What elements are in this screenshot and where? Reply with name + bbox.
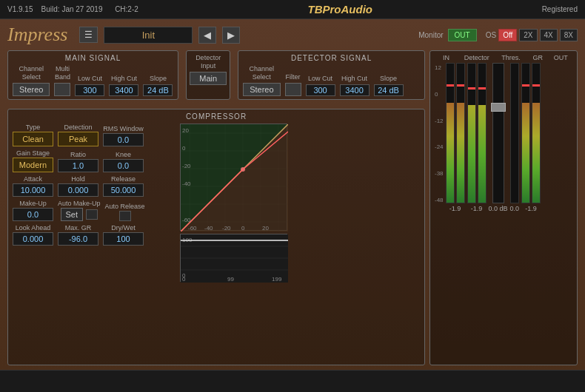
threshold-db-value: 0.0 dB: [489, 205, 508, 212]
gr-meter-label: GR: [526, 54, 549, 61]
svg-text:0: 0: [241, 225, 245, 232]
compressor-inner: Type Clean Detection Peak RMS Window 0.0: [13, 124, 420, 282]
rms-window-value[interactable]: 0.0: [103, 133, 144, 146]
high-cut-value[interactable]: 3400: [109, 84, 138, 96]
dry-wet-field: Dry/Wet 100: [103, 224, 144, 246]
main-signal-title: MAIN SIGNAL: [13, 54, 173, 62]
slope-group: Slope 24 dB: [143, 75, 173, 96]
det-slope-label: Slope: [380, 75, 397, 83]
detector-peak-right: [478, 87, 486, 89]
in-meter-bars: [446, 63, 465, 203]
out-meter-right: [532, 63, 541, 203]
svg-text:0: 0: [182, 145, 186, 152]
detector-meter-left: [467, 63, 476, 203]
svg-text:-40: -40: [204, 225, 213, 232]
out-meter-label: OUT: [549, 54, 572, 61]
scale-neg24: -24: [435, 143, 444, 150]
svg-text:20: 20: [182, 127, 189, 134]
in-meter-left: [446, 63, 455, 203]
threshold-slider[interactable]: [491, 103, 506, 112]
auto-makeup-field: Auto Make-Up Set: [58, 200, 101, 221]
out-level-left: [522, 103, 529, 203]
channel-select-button[interactable]: Stereo: [13, 83, 50, 96]
bottom-footer: [0, 370, 585, 392]
detector-peak-left: [468, 87, 475, 89]
detection-button[interactable]: Peak: [58, 132, 98, 146]
ratio-value[interactable]: 1.0: [58, 159, 98, 172]
brand-name: TBProAudio: [307, 3, 372, 16]
release-label: Release: [111, 175, 136, 183]
lookahead-value[interactable]: 0.000: [13, 232, 53, 246]
thres-meter-label: Thres.: [496, 54, 526, 61]
hold-label: Hold: [71, 175, 85, 183]
in-level-left: [447, 103, 454, 203]
max-gr-value[interactable]: -96.0: [58, 232, 98, 246]
out-meter-bars: [521, 63, 541, 203]
compressor-panel: COMPRESSOR Type Clean Detect: [7, 109, 425, 365]
out-level-right: [532, 103, 540, 203]
release-value[interactable]: 50.000: [103, 183, 144, 197]
version: V1.9.15: [7, 5, 33, 13]
hold-value[interactable]: 0.000: [58, 183, 98, 197]
max-gr-field: Max. GR -96.0: [58, 224, 98, 246]
auto-makeup-checkbox[interactable]: [86, 209, 98, 220]
low-cut-value[interactable]: 300: [75, 84, 104, 96]
auto-release-label: Auto Release: [105, 203, 145, 210]
comp-graphs: 20 0 -20 -40 -60 -60 -40 -20 0 20: [180, 124, 287, 282]
prev-preset-button[interactable]: ◀: [198, 27, 216, 44]
channel-select-label: ChannelSelect: [19, 65, 44, 81]
os-2x-button[interactable]: 2X: [519, 29, 537, 41]
type-button[interactable]: Clean: [13, 132, 53, 146]
logo: Impress: [7, 24, 67, 46]
detector-level-left: [468, 105, 475, 203]
dry-wet-value[interactable]: 100: [103, 232, 144, 246]
makeup-label: Make-Up: [19, 200, 47, 207]
gain-stage-button[interactable]: Modern: [13, 158, 53, 172]
signals-row: MAIN SIGNAL ChannelSelect Stereo MultiBa…: [7, 50, 425, 100]
auto-release-checkbox[interactable]: [119, 211, 131, 221]
monitor-out-button[interactable]: OUT: [448, 29, 477, 41]
scale-neg12: -12: [435, 118, 444, 124]
knee-label: Knee: [116, 151, 131, 158]
auto-makeup-set-button[interactable]: Set: [61, 208, 83, 221]
comp-controls: Type Clean Detection Peak RMS Window 0.0: [13, 124, 176, 282]
multi-band-button[interactable]: [54, 83, 70, 96]
knee-value[interactable]: 0.0: [103, 159, 144, 172]
det-channel-select-button[interactable]: Stereo: [243, 83, 280, 96]
detector-level-right: [478, 105, 486, 203]
gr-history: 100 0 99 199 0: [180, 234, 287, 282]
det-high-cut-group: High Cut 3400: [340, 75, 370, 96]
high-cut-label: High Cut: [111, 75, 137, 83]
menu-button[interactable]: ☰: [79, 27, 98, 43]
auto-release-field: Auto Release: [105, 203, 145, 221]
out-meter-value: -1.9: [525, 205, 537, 212]
detector-input-button[interactable]: Main: [190, 72, 227, 85]
svg-text:0: 0: [182, 272, 186, 279]
os-8x-button[interactable]: 8X: [560, 29, 578, 41]
det-filter-button[interactable]: [285, 83, 301, 96]
out-peak-right: [532, 84, 540, 87]
meters-body: 12 0 -12 -24 -38 -48: [435, 63, 572, 212]
attack-value[interactable]: 10.000: [13, 183, 53, 197]
threshold-track: [492, 63, 504, 203]
det-low-cut-value[interactable]: 300: [306, 84, 335, 96]
det-slope-value[interactable]: 24 dB: [374, 84, 404, 96]
detection-field: Detection Peak: [58, 124, 98, 146]
max-gr-label: Max. GR: [65, 224, 92, 232]
gr-meter-value: 0.0: [510, 205, 520, 212]
next-preset-button[interactable]: ▶: [222, 27, 240, 44]
svg-text:20: 20: [262, 225, 269, 232]
in-meter-label: IN: [435, 54, 458, 61]
slope-value[interactable]: 24 dB: [143, 84, 173, 96]
header-row: Impress ☰ Init ◀ ▶ Monitor OUT OS Off 2X…: [7, 24, 578, 46]
os-4x-button[interactable]: 4X: [540, 29, 558, 41]
os-off-button[interactable]: Off: [498, 29, 517, 41]
makeup-value[interactable]: 0.0: [13, 208, 53, 221]
gr-meter-bars: [510, 63, 519, 203]
high-cut-group: High Cut 3400: [109, 75, 138, 96]
in-meter-group: -1.9: [446, 63, 465, 212]
det-high-cut-value[interactable]: 3400: [340, 84, 370, 96]
detector-input-box: DetectorInput Main: [186, 50, 230, 100]
scale-neg38: -38: [435, 170, 444, 177]
det-high-cut-label: High Cut: [341, 75, 367, 83]
